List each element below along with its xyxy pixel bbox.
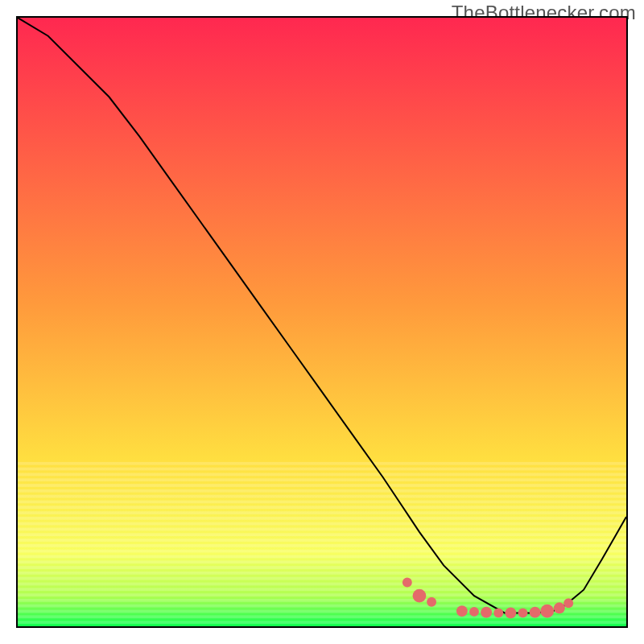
svg-rect-11 [18,522,626,526]
svg-rect-23 [18,588,626,591]
svg-rect-8 [18,506,626,509]
svg-rect-15 [18,544,626,547]
plot-area [16,16,628,628]
svg-rect-25 [18,599,626,602]
marker-dot [540,605,554,618]
svg-rect-22 [18,583,626,586]
marker-dot [413,589,427,603]
svg-rect-6 [18,495,626,498]
svg-rect-2 [18,473,626,477]
marker-dot [518,608,528,617]
marker-dot [530,607,541,618]
marker-dot [493,608,503,617]
svg-rect-1 [18,468,626,471]
svg-rect-14 [18,539,626,542]
marker-dot [469,607,479,617]
svg-rect-5 [18,489,626,493]
plot-svg [18,18,626,626]
svg-rect-21 [18,577,626,580]
svg-rect-10 [18,517,626,520]
marker-dot [564,598,573,608]
marker-dot [456,605,468,617]
marker-dot [402,578,412,588]
svg-rect-16 [18,550,626,553]
svg-rect-7 [18,501,626,504]
svg-rect-4 [18,484,626,487]
marker-dot [481,607,492,618]
svg-rect-12 [18,528,626,531]
svg-rect-20 [18,572,626,575]
marker-dot [427,597,436,607]
svg-rect-19 [18,566,626,569]
marker-dot [505,607,516,618]
svg-rect-29 [18,621,626,624]
svg-rect-18 [18,560,626,564]
svg-rect-9 [18,511,626,514]
stage: TheBottlenecker.com [0,0,644,644]
svg-rect-3 [18,478,626,481]
svg-rect-0 [18,462,626,465]
svg-rect-13 [18,533,626,536]
marker-dot [554,602,565,613]
svg-rect-17 [18,555,626,559]
svg-rect-24 [18,593,626,597]
